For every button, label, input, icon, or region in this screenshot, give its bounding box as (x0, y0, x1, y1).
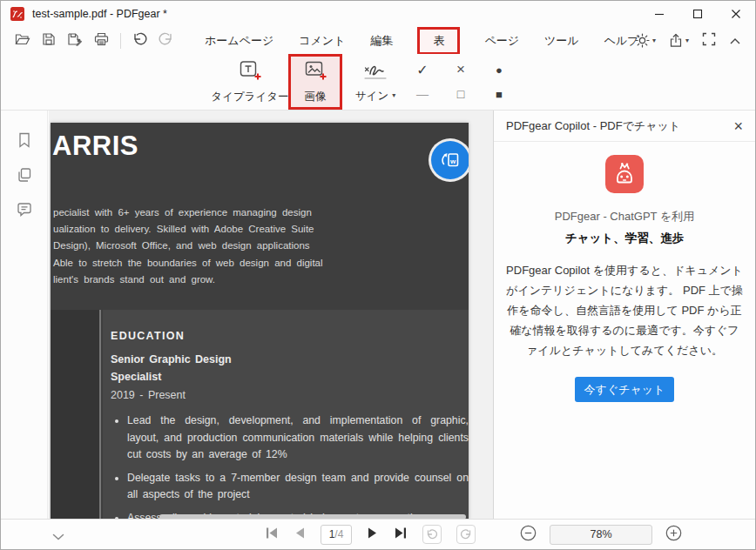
summary-line: Able to stretch the boundaries of web de… (53, 255, 323, 272)
window-controls (640, 1, 755, 27)
filled-square-tool[interactable]: ■ (480, 82, 518, 106)
left-sidebar (1, 111, 48, 520)
status-bar: 1 /4 78% (1, 519, 755, 549)
filled-circle-tool[interactable]: ● (480, 57, 518, 82)
undo-icon[interactable] (132, 32, 147, 49)
form-shape-tools: ✓ × ● — □ ■ (403, 57, 525, 106)
zoom-controls: 78% (520, 520, 682, 549)
current-page: 1 (329, 528, 335, 540)
menu-bar: ホームページ コメント 編集 表 ページ ツール ヘルプ ▾ ▾ (1, 27, 755, 54)
image-tool-highlighted[interactable]: 画像 (288, 54, 342, 110)
first-page-button[interactable] (265, 527, 279, 543)
ribbon-toolbar: タイプライター 画像 サイン ▾ (1, 54, 755, 111)
pdf-page: ARRIS pecialist with 6+ years of experie… (51, 123, 469, 520)
menu-page[interactable]: ページ (483, 31, 520, 50)
typewriter-icon (239, 60, 262, 85)
pdfgear-logo-icon (10, 7, 24, 21)
cross-tool[interactable]: × (442, 57, 480, 82)
zoom-level-input[interactable]: 78% (550, 525, 652, 545)
print-icon[interactable] (94, 32, 109, 50)
quick-access-toolbar (15, 27, 173, 54)
job-dates: 2019 - Present (111, 389, 469, 401)
checkmark-tool[interactable]: ✓ (403, 57, 442, 82)
save-icon[interactable] (42, 32, 56, 50)
collapse-sidebar-icon[interactable] (51, 529, 65, 545)
square-outline-tool[interactable]: □ (442, 82, 480, 106)
job-bullet-list: Lead the design, development, and implem… (127, 412, 469, 520)
summary-line: pecialist with 6+ years of experience ma… (53, 205, 323, 221)
page-navigation: 1 /4 (265, 520, 476, 549)
job-bullet: Delegate tasks to a 7-member design team… (127, 470, 469, 504)
bookmarks-icon[interactable] (16, 131, 33, 152)
sign-tool[interactable]: サイン ▾ (348, 54, 403, 110)
previous-page-button[interactable] (294, 527, 306, 543)
menu-comment[interactable]: コメント (298, 31, 346, 50)
summary-line: ualization to delivery. Skilled with Ado… (53, 221, 323, 238)
summary-line: lient's brands stand out and grow. (53, 272, 323, 288)
close-button[interactable] (717, 1, 755, 27)
theme-button[interactable]: ▾ (635, 33, 656, 48)
copilot-panel-header: PDFgear Copilot - PDFでチャット × (494, 111, 755, 142)
sign-label: サイン ▾ (355, 89, 395, 104)
main-menu: ホームページ コメント 編集 表 ページ ツール ヘルプ (204, 27, 640, 54)
copilot-robot-icon (605, 155, 644, 197)
copilot-subtitle: PDFgear - ChatGPT を利用 (494, 209, 755, 225)
dash-tool[interactable]: — (403, 82, 442, 106)
comments-icon[interactable] (16, 201, 33, 222)
chat-now-button[interactable]: 今すぐチャット (575, 377, 674, 402)
zoom-out-button[interactable] (520, 525, 537, 545)
zoom-in-button[interactable] (665, 525, 682, 545)
next-page-button[interactable] (367, 527, 379, 543)
caret-down-icon: ▾ (392, 92, 395, 99)
view-controls: ▾ ▾ (635, 27, 741, 54)
copilot-description: PDFgear Copilot を使用すると、ドキュメントがインテリジェントにな… (504, 260, 745, 360)
job-title-line1: Senior Graphic Design (111, 353, 469, 366)
title-bar: test-sample.pdf - PDFgear * (1, 1, 755, 27)
copilot-panel-title: PDFgear Copilot - PDFでチャット (506, 118, 680, 134)
main-area: ARRIS pecialist with 6+ years of experie… (1, 111, 755, 520)
close-panel-icon[interactable]: × (733, 118, 743, 134)
summary-line: Design), Microsoft Office, and web desig… (53, 238, 323, 254)
menu-tools[interactable]: ツール (543, 31, 580, 50)
menu-table-highlighted[interactable]: 表 (417, 27, 460, 55)
fullscreen-icon[interactable] (702, 32, 716, 50)
resume-summary: pecialist with 6+ years of experience ma… (53, 205, 323, 288)
total-pages: /4 (334, 528, 343, 540)
redo-action-button[interactable] (456, 525, 476, 544)
menu-home[interactable]: ホームページ (204, 31, 274, 50)
resume-name-fragment: ARRIS (52, 131, 138, 162)
undo-action-button[interactable] (422, 525, 442, 544)
page-thumbnails-icon[interactable] (16, 166, 33, 187)
minimize-button[interactable] (640, 1, 678, 27)
menu-edit[interactable]: 編集 (369, 31, 394, 50)
insert-image-icon (304, 60, 327, 85)
convert-to-word-button[interactable]: w (431, 141, 469, 179)
job-bullet: Lead the design, development, and implem… (127, 412, 469, 464)
sign-label-text: サイン (355, 89, 388, 104)
image-label: 画像 (305, 90, 327, 104)
toolbar-separator (120, 33, 121, 49)
collapse-ribbon-icon[interactable] (729, 33, 741, 49)
resume-left-column (51, 310, 101, 520)
copilot-panel-body: PDFgear - ChatGPT を利用 チャット、学習、進歩 PDFgear… (494, 142, 755, 402)
open-file-icon[interactable] (15, 32, 30, 50)
svg-text:w: w (449, 158, 456, 165)
resume-education-section: EDUCATION Senior Graphic Design Speciali… (103, 310, 469, 520)
job-title-line2: Specialist (111, 371, 469, 383)
signature-icon (361, 61, 389, 84)
save-as-icon[interactable] (67, 32, 83, 50)
education-heading: EDUCATION (111, 330, 469, 342)
document-view: ARRIS pecialist with 6+ years of experie… (49, 111, 495, 520)
copilot-tagline: チャット、学習、進歩 (494, 231, 755, 246)
last-page-button[interactable] (394, 527, 408, 543)
page-number-input[interactable]: 1 /4 (321, 525, 352, 545)
share-button[interactable]: ▾ (669, 33, 689, 48)
pdfgear-window: test-sample.pdf - PDFgear * (0, 0, 756, 550)
caret-down-icon: ▾ (685, 37, 689, 44)
typewriter-label: タイプライター (211, 90, 288, 104)
caret-down-icon: ▾ (652, 37, 656, 44)
maximize-button[interactable] (678, 1, 717, 27)
window-title: test-sample.pdf - PDFgear * (32, 8, 167, 20)
redo-icon[interactable] (159, 32, 173, 49)
typewriter-tool[interactable]: タイプライター (204, 54, 296, 110)
